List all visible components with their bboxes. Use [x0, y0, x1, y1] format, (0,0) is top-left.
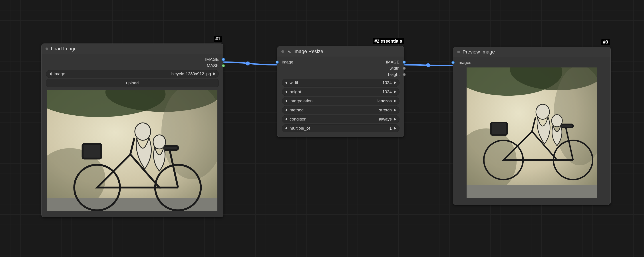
svg-point-12 [135, 123, 150, 140]
svg-rect-19 [466, 185, 597, 198]
node-title: Image Resize [293, 49, 400, 54]
wrench-icon [287, 49, 291, 53]
interpolation-widget[interactable]: interpolation lanczos [282, 97, 400, 105]
chevron-right-icon[interactable] [394, 118, 396, 121]
port-dot-image-icon[interactable] [222, 58, 225, 61]
port-label: images [458, 60, 471, 65]
widget-value: 1024 [382, 80, 392, 85]
collapse-dot-icon[interactable] [46, 47, 48, 50]
widget-value: always [379, 117, 392, 122]
preview-illustration-icon [466, 67, 597, 198]
node-badge-2: #2 essentials [373, 38, 404, 44]
node-title: Preview Image [462, 49, 606, 55]
node-title: Load Image [51, 46, 219, 52]
port-label: IMAGE [205, 57, 219, 62]
chevron-right-icon[interactable] [213, 72, 216, 75]
node-badge-1: #1 [214, 36, 222, 42]
output-port-width[interactable]: width [277, 65, 404, 71]
port-dot-scalar-icon[interactable] [402, 73, 406, 76]
port-dot-image-icon[interactable] [402, 61, 406, 64]
node-load-image[interactable]: Load Image IMAGE MASK image bicycle-1280… [41, 43, 224, 217]
widget-label: height [290, 89, 301, 94]
widget-label: width [290, 80, 299, 85]
widget-value: 1 [389, 126, 392, 131]
chevron-left-icon[interactable] [285, 81, 287, 84]
port-dot-scalar-icon[interactable] [402, 67, 406, 70]
svg-rect-22 [491, 123, 507, 135]
widget-value: 1024 [382, 89, 392, 94]
svg-rect-10 [82, 144, 101, 158]
chevron-left-icon[interactable] [285, 99, 287, 103]
chevron-right-icon[interactable] [394, 90, 396, 93]
node-header[interactable]: Preview Image [453, 47, 610, 57]
collapse-dot-icon[interactable] [281, 50, 284, 53]
method-widget[interactable]: method stretch [282, 106, 400, 114]
port-dot-image-icon[interactable] [452, 61, 454, 64]
condition-widget[interactable]: condition always [282, 115, 400, 123]
node-header[interactable]: Load Image [42, 44, 223, 54]
node-badge-3: #3 [601, 39, 610, 45]
port-label: MASK [207, 63, 219, 68]
button-label: upload [126, 81, 138, 85]
svg-rect-23 [560, 124, 573, 127]
upload-button[interactable]: upload [46, 79, 219, 87]
chevron-right-icon[interactable] [394, 99, 396, 103]
collapse-dot-icon[interactable] [457, 51, 460, 53]
input-port-image[interactable]: image [277, 59, 341, 65]
port-label: width [390, 66, 400, 71]
output-port-image[interactable]: IMAGE [42, 56, 223, 63]
node-image-resize[interactable]: Image Resize image IMAGE width height [277, 46, 404, 137]
widget-value: bicycle-1280x912.jpg [171, 71, 211, 76]
output-port-mask[interactable]: MASK [42, 63, 223, 69]
chevron-left-icon[interactable] [285, 118, 287, 121]
widget-label: method [290, 108, 304, 113]
chevron-right-icon[interactable] [394, 109, 396, 112]
image-preview [47, 90, 218, 211]
svg-point-1 [426, 63, 430, 67]
width-widget[interactable]: width 1024 [282, 79, 400, 87]
chevron-left-icon[interactable] [285, 109, 287, 112]
node-preview-image[interactable]: Preview Image images [453, 47, 611, 205]
widget-label: multiple_of [290, 126, 310, 131]
widget-value: lanczos [378, 99, 392, 103]
port-label: height [388, 72, 400, 77]
image-preview [466, 67, 597, 198]
port-dot-image-icon[interactable] [276, 61, 279, 64]
chevron-right-icon[interactable] [394, 127, 396, 130]
chevron-left-icon[interactable] [49, 72, 52, 75]
multiple-of-widget[interactable]: multiple_of 1 [282, 124, 400, 132]
chevron-right-icon[interactable] [394, 81, 396, 84]
widget-label: image [54, 71, 65, 76]
node-canvas[interactable]: #1 Load Image IMAGE MASK image bicycle-1… [0, 0, 644, 257]
chevron-left-icon[interactable] [285, 127, 287, 130]
node-header[interactable]: Image Resize [277, 46, 404, 57]
svg-point-0 [246, 61, 250, 65]
chevron-left-icon[interactable] [285, 90, 287, 93]
image-select-widget[interactable]: image bicycle-1280x912.jpg [46, 70, 219, 78]
widget-value: stretch [379, 108, 392, 113]
widget-label: interpolation [290, 99, 313, 103]
input-port-images[interactable]: images [453, 59, 610, 66]
svg-point-24 [536, 104, 550, 119]
height-widget[interactable]: height 1024 [282, 88, 400, 96]
output-port-height[interactable]: height [277, 71, 404, 78]
svg-rect-11 [164, 146, 178, 150]
port-label: IMAGE [386, 60, 400, 65]
port-label: image [282, 60, 293, 65]
port-dot-mask-icon[interactable] [222, 64, 225, 67]
output-port-image[interactable]: IMAGE [341, 59, 404, 65]
preview-illustration-icon [47, 90, 218, 211]
widget-label: condition [290, 117, 306, 122]
